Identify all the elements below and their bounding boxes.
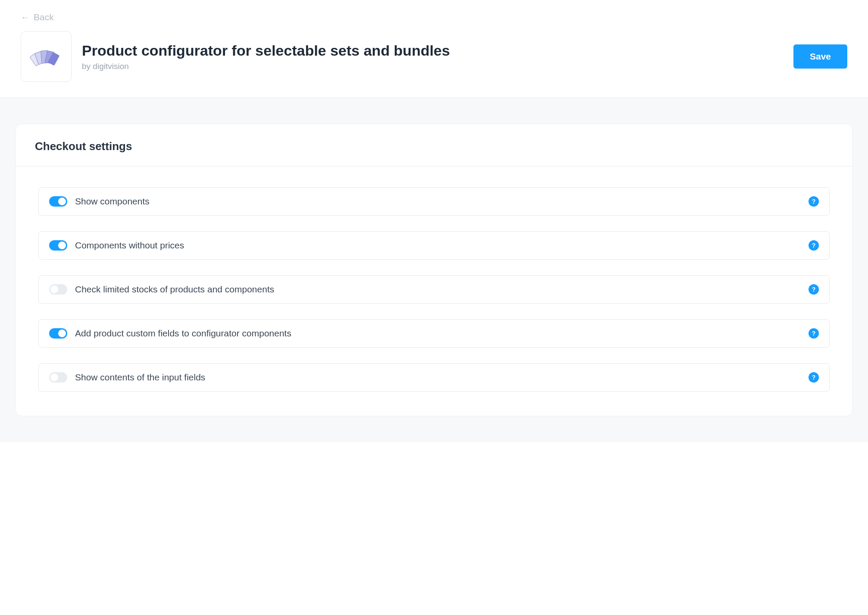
settings-card: Checkout settings Show components?Compon… (16, 124, 852, 416)
help-icon[interactable]: ? (809, 196, 819, 207)
vendor-name: digitvision (93, 62, 128, 71)
vendor-prefix: by (82, 62, 93, 71)
setting-row: Show components? (38, 187, 830, 216)
setting-label: Add product custom fields to configurato… (75, 328, 801, 339)
help-icon[interactable]: ? (809, 372, 819, 383)
content-area: Checkout settings Show components?Compon… (0, 98, 868, 442)
toggle-knob (58, 242, 66, 249)
header: Product configurator for selectable sets… (0, 22, 868, 98)
page-root: ← Back Product configurator for selectab… (0, 0, 868, 442)
help-icon[interactable]: ? (809, 240, 819, 251)
setting-label: Show components (75, 196, 801, 207)
back-link[interactable]: ← Back (21, 12, 54, 22)
setting-row: Check limited stocks of products and com… (38, 275, 830, 304)
page-title: Product configurator for selectable sets… (82, 42, 783, 59)
toggle-knob (50, 286, 58, 293)
card-header: Checkout settings (16, 124, 852, 166)
save-button[interactable]: Save (793, 44, 847, 69)
toggle-knob (50, 373, 58, 381)
help-icon[interactable]: ? (809, 328, 819, 339)
app-icon (21, 31, 72, 82)
toggle-switch[interactable] (49, 196, 67, 207)
toggle-switch[interactable] (49, 284, 67, 295)
setting-label: Components without prices (75, 240, 801, 251)
topbar: ← Back (0, 0, 868, 22)
toggle-knob (58, 198, 66, 205)
setting-row: Components without prices? (38, 231, 830, 260)
card-title: Checkout settings (35, 140, 833, 153)
help-icon[interactable]: ? (809, 284, 819, 295)
header-text: Product configurator for selectable sets… (82, 42, 783, 71)
setting-row: Show contents of the input fields? (38, 363, 830, 392)
toggle-knob (58, 329, 66, 337)
arrow-left-icon: ← (21, 13, 29, 22)
vendor-line: by digitvision (82, 62, 783, 71)
toggle-switch[interactable] (49, 328, 67, 339)
toggle-switch[interactable] (49, 372, 67, 383)
back-label: Back (34, 12, 54, 22)
setting-label: Show contents of the input fields (75, 372, 801, 383)
card-body: Show components?Components without price… (16, 166, 852, 416)
setting-label: Check limited stocks of products and com… (75, 284, 801, 295)
toggle-switch[interactable] (49, 240, 67, 251)
setting-row: Add product custom fields to configurato… (38, 319, 830, 348)
fan-cards-icon (29, 44, 63, 69)
